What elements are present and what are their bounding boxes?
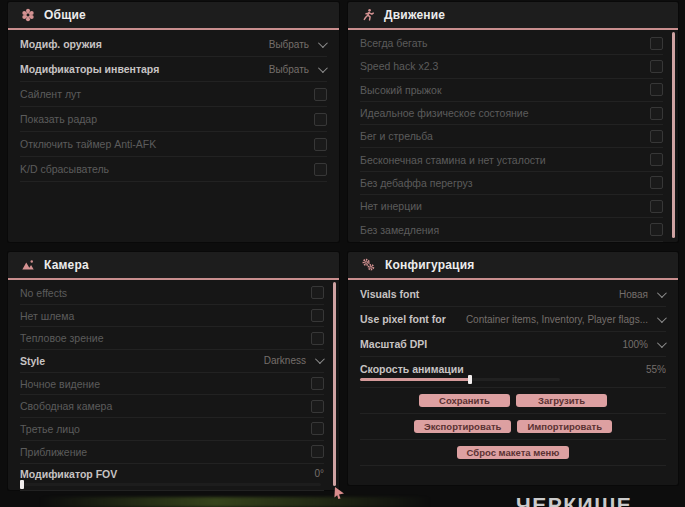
menu-row[interactable]: Нет инерции [360, 195, 663, 218]
panel-title: Общие [44, 8, 86, 22]
row-label: Приближение [20, 446, 87, 458]
slider-handle[interactable] [20, 480, 24, 489]
checkbox[interactable] [311, 400, 324, 413]
row-label: Нет шлема [20, 310, 74, 322]
chevron-down-icon [657, 288, 667, 298]
menu-row[interactable]: Тепловое зрение [20, 327, 324, 350]
chevron-down-icon [657, 338, 667, 348]
checkbox[interactable] [650, 130, 663, 143]
menu-row[interactable]: Приближение [20, 441, 324, 464]
panel-movement-body: Всегда бегатьSpeed hack x2.3Высокий прыж… [348, 30, 678, 242]
menu-row[interactable]: Третье лицо [20, 418, 324, 441]
flower-icon [21, 8, 35, 22]
checkbox[interactable] [650, 223, 663, 236]
checkbox[interactable] [650, 153, 663, 166]
menu-row[interactable]: Показать радар [20, 107, 327, 132]
checkbox[interactable] [314, 88, 327, 101]
slider-handle[interactable] [468, 375, 472, 384]
menu-row[interactable]: No effects [20, 282, 324, 305]
checkbox[interactable] [650, 37, 663, 50]
menu-row[interactable]: Высокий прыжок [360, 79, 663, 102]
game-scene-glow [40, 497, 430, 507]
action-button[interactable]: Загрузить [516, 394, 607, 407]
checkbox[interactable] [650, 176, 663, 189]
checkbox[interactable] [314, 113, 327, 126]
action-button[interactable]: Импортировать [517, 420, 612, 433]
menu-row[interactable]: K/D сбрасыватель [20, 157, 327, 182]
row-label: Свободная камера [20, 400, 112, 412]
row-label: Без дебаффа перегруз [360, 177, 473, 189]
panel-title: Конфигурация [385, 258, 474, 272]
menu-row[interactable]: Нет шлема [20, 305, 324, 328]
row-label: Speed hack x2.3 [360, 60, 438, 72]
dropdown[interactable]: Darkness [264, 355, 324, 366]
row-label: Нет инерции [360, 200, 422, 212]
menu-row[interactable]: Без замедления [360, 218, 663, 241]
chevron-down-icon [318, 38, 328, 48]
menu-row: Модификатор FOV0° [20, 464, 324, 491]
chevron-down-icon [315, 355, 325, 365]
checkbox[interactable] [314, 163, 327, 176]
menu-row[interactable]: Visuals fontНовая [360, 282, 666, 307]
row-line: Бесконечная стамина и нет усталости [360, 153, 663, 166]
checkbox[interactable] [311, 422, 324, 435]
row-line: Модификатор FOV0° [20, 468, 324, 480]
cheat-menu-overlay: Общие Модиф. оружияВыбратьМодификаторы и… [0, 0, 685, 507]
dropdown[interactable]: Новая [619, 289, 666, 300]
dropdown[interactable]: Container items, Inventory, Player flags… [466, 314, 666, 325]
checkbox[interactable] [311, 309, 324, 322]
menu-row[interactable]: Всегда бегать [360, 32, 663, 55]
checkbox[interactable] [314, 138, 327, 151]
menu-row[interactable]: Ночное видение [20, 373, 324, 396]
row-label: Use pixel font for [360, 313, 446, 325]
checkbox[interactable] [311, 286, 324, 299]
row-label: Всегда бегать [360, 37, 428, 49]
action-button[interactable]: Сохранить [419, 394, 510, 407]
chevron-down-icon [657, 313, 667, 323]
checkbox[interactable] [650, 60, 663, 73]
dropdown[interactable]: Выбрать [269, 39, 327, 50]
action-button[interactable]: Сброс макета меню [457, 446, 570, 459]
row-label: Сайлент лут [20, 88, 81, 100]
row-line: Бег и стрельба [360, 130, 663, 143]
dropdown[interactable]: Выбрать [269, 64, 327, 75]
menu-row[interactable]: Свободная камера [20, 395, 324, 418]
panel-camera: Камера No effectsНет шлемаТепловое зрени… [8, 252, 339, 490]
dropdown[interactable]: 100% [622, 339, 666, 350]
checkbox[interactable] [311, 377, 324, 390]
slider[interactable] [20, 483, 321, 486]
menu-row[interactable]: Speed hack x2.3 [360, 55, 663, 78]
menu-row[interactable]: Бесконечная стамина и нет усталости [360, 148, 663, 171]
row-label: Идеальное физическое состояние [360, 107, 529, 119]
menu-row[interactable]: Без дебаффа перегруз [360, 172, 663, 195]
slider-value: 55% [646, 364, 666, 375]
menu-row[interactable]: StyleDarkness [20, 350, 324, 373]
checkbox[interactable] [650, 200, 663, 213]
menu-row[interactable]: Сайлент лут [20, 82, 327, 107]
checkbox[interactable] [650, 107, 663, 120]
panel-general: Общие Модиф. оружияВыбратьМодификаторы и… [8, 2, 339, 242]
action-button[interactable]: Экспортировать [414, 420, 511, 433]
menu-row[interactable]: Масштаб DPI100% [360, 332, 666, 357]
menu-row[interactable]: Модиф. оружияВыбрать [20, 32, 327, 57]
slider[interactable] [360, 378, 560, 381]
checkbox[interactable] [650, 83, 663, 96]
row-label: K/D сбрасыватель [20, 163, 109, 175]
scrollbar[interactable] [672, 32, 675, 238]
row-label: Тепловое зрение [20, 332, 104, 344]
menu-row[interactable]: Модификаторы инвентаряВыбрать [20, 57, 327, 82]
button-row: ЭкспортироватьИмпортировать [360, 414, 666, 440]
row-label: Показать радар [20, 113, 97, 125]
row-line: Третье лицо [20, 422, 324, 435]
row-label: Style [20, 355, 45, 367]
checkbox[interactable] [311, 445, 324, 458]
menu-row[interactable]: Use pixel font forContainer items, Inven… [360, 307, 666, 332]
row-line: K/D сбрасыватель [20, 163, 327, 176]
menu-row[interactable]: Идеальное физическое состояние [360, 102, 663, 125]
menu-row[interactable]: Бег и стрельба [360, 125, 663, 148]
row-line: Тепловое зрение [20, 332, 324, 345]
menu-row[interactable]: Отключить таймер Anti-AFK [20, 132, 327, 157]
scrollbar[interactable] [333, 282, 336, 486]
checkbox[interactable] [311, 332, 324, 345]
row-line: Без замедления [360, 223, 663, 236]
